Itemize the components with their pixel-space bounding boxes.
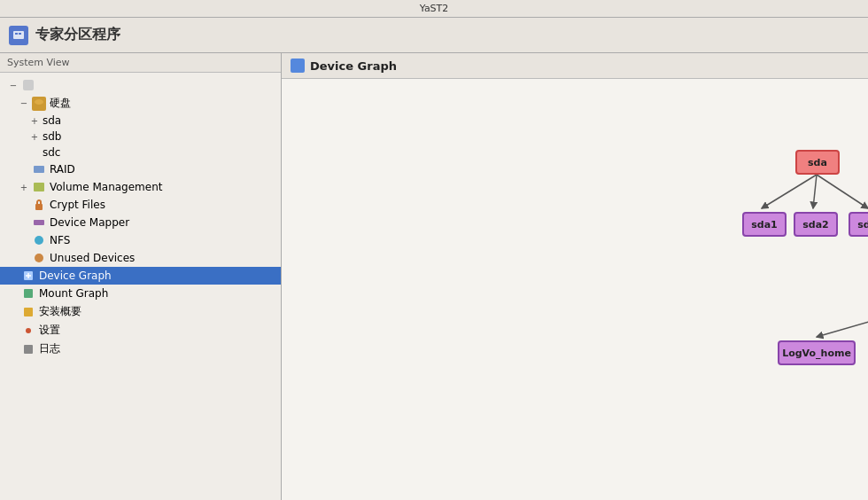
mapper-label: Device Mapper (50, 216, 129, 229)
svg-line-19 (813, 175, 817, 208)
expand-sdc[interactable] (28, 146, 41, 159)
expand-unused[interactable] (18, 252, 30, 264)
crypt-label: Crypt Files (50, 199, 105, 211)
raid-icon (32, 162, 46, 176)
log-label: 日志 (39, 341, 60, 356)
sidebar-item-volume[interactable]: + Volume Management (0, 178, 281, 196)
graph-svg (282, 79, 868, 500)
sda-label: sda (43, 114, 61, 127)
sidebar-item-sdc[interactable]: sdc (0, 145, 281, 160)
expand-top[interactable]: − (7, 79, 19, 91)
summary-label: 安装概要 (39, 304, 81, 319)
expand-mount-graph[interactable] (7, 287, 19, 300)
panel-header: Device Graph (282, 53, 868, 79)
harddisk-label: 硬盘 (50, 96, 71, 111)
sidebar-header: System View (0, 53, 281, 73)
summary-icon (21, 305, 35, 319)
expand-device-graph[interactable] (7, 270, 19, 282)
svg-point-10 (35, 236, 43, 245)
graph-area: sdasdbsdcsda1sda2sda3sdb1sdb2sdb3sdb5sdb… (282, 79, 868, 500)
sidebar-item-harddisk[interactable]: − 硬盘 (0, 94, 281, 113)
panel-header-icon (291, 59, 305, 73)
settings-icon (21, 324, 35, 338)
expand-crypt[interactable] (18, 199, 30, 211)
nfs-icon (32, 233, 46, 247)
sidebar-item-mount-graph[interactable]: Mount Graph (0, 285, 281, 302)
sidebar-item-summary[interactable]: 安装概要 (0, 302, 281, 321)
right-panel: Device Graph sdasdbsdcsda1sda2sda3sdb1sd… (282, 53, 868, 500)
volume-label: Volume Management (50, 181, 163, 193)
sidebar-item-mapper[interactable]: Device Mapper (0, 214, 281, 231)
sidebar-item-nfs[interactable]: NFS (0, 231, 281, 249)
svg-rect-2 (19, 33, 21, 35)
sidebar-item-raid[interactable]: RAID (0, 160, 281, 178)
svg-rect-15 (24, 289, 33, 298)
svg-rect-6 (34, 166, 44, 173)
log-icon (21, 342, 35, 356)
expand-raid[interactable] (18, 163, 30, 176)
top-icon (21, 78, 35, 92)
svg-rect-16 (24, 308, 33, 316)
svg-line-20 (817, 175, 868, 208)
svg-line-18 (762, 175, 817, 208)
expand-summary[interactable] (7, 306, 19, 318)
graph-node-logvo_home: LogVo_home (778, 340, 856, 365)
app-title: 专家分区程序 (35, 26, 120, 44)
sidebar: System View − − 硬盘 + sda (0, 53, 282, 500)
mapper-icon (32, 215, 46, 230)
svg-rect-7 (34, 183, 44, 191)
volume-icon (32, 180, 46, 194)
sidebar-tree: − − 硬盘 + sda + sdb (0, 73, 281, 500)
mount-graph-label: Mount Graph (39, 287, 108, 300)
app-header: 专家分区程序 (0, 18, 868, 53)
svg-rect-3 (23, 80, 34, 90)
expand-mapper[interactable] (18, 216, 30, 229)
sidebar-item-settings[interactable]: 设置 (0, 321, 281, 340)
expand-harddisk[interactable]: − (18, 98, 30, 110)
expand-sdb[interactable]: + (28, 130, 41, 143)
sidebar-item-device-graph[interactable]: Device Graph (0, 267, 281, 285)
crypt-icon (32, 198, 46, 212)
sidebar-item-log[interactable]: 日志 (0, 340, 281, 358)
graph-node-sda3: sda3 (849, 212, 868, 237)
svg-rect-9 (34, 220, 44, 225)
sidebar-item-top[interactable]: − (0, 76, 281, 94)
title-bar: YaST2 (0, 0, 868, 18)
sidebar-item-sdb[interactable]: + sdb (0, 129, 281, 145)
sdb-label: sdb (43, 130, 62, 143)
expand-log[interactable] (7, 343, 19, 355)
settings-label: 设置 (39, 323, 60, 338)
svg-point-11 (35, 254, 43, 262)
title-text: YaST2 (420, 3, 449, 14)
unused-label: Unused Devices (50, 252, 135, 264)
unused-icon (32, 251, 46, 265)
graph-node-sda2: sda2 (794, 212, 838, 237)
nfs-label: NFS (50, 234, 70, 246)
svg-rect-8 (35, 204, 43, 210)
mount-graph-icon (21, 286, 35, 301)
graph-node-sda1: sda1 (742, 212, 787, 237)
expand-sda[interactable]: + (28, 114, 41, 127)
svg-rect-17 (24, 345, 33, 354)
expand-settings[interactable] (7, 324, 19, 337)
svg-point-5 (35, 99, 43, 105)
panel-title: Device Graph (310, 59, 397, 73)
expand-nfs[interactable] (18, 234, 30, 246)
raid-label: RAID (50, 163, 75, 176)
svg-rect-1 (15, 33, 18, 35)
main-content: System View − − 硬盘 + sda (0, 53, 868, 500)
device-graph-icon (21, 269, 35, 283)
sidebar-item-sda[interactable]: + sda (0, 113, 281, 129)
expand-volume[interactable]: + (18, 181, 30, 193)
device-graph-label: Device Graph (39, 270, 112, 282)
app-header-icon (9, 26, 28, 45)
disk-icon (32, 97, 46, 111)
sidebar-item-unused[interactable]: Unused Devices (0, 249, 281, 267)
svg-line-29 (817, 303, 868, 337)
svg-rect-0 (13, 31, 24, 39)
graph-node-sda: sda (795, 150, 840, 175)
sidebar-item-crypt[interactable]: Crypt Files (0, 196, 281, 214)
sdc-label: sdc (43, 146, 60, 159)
